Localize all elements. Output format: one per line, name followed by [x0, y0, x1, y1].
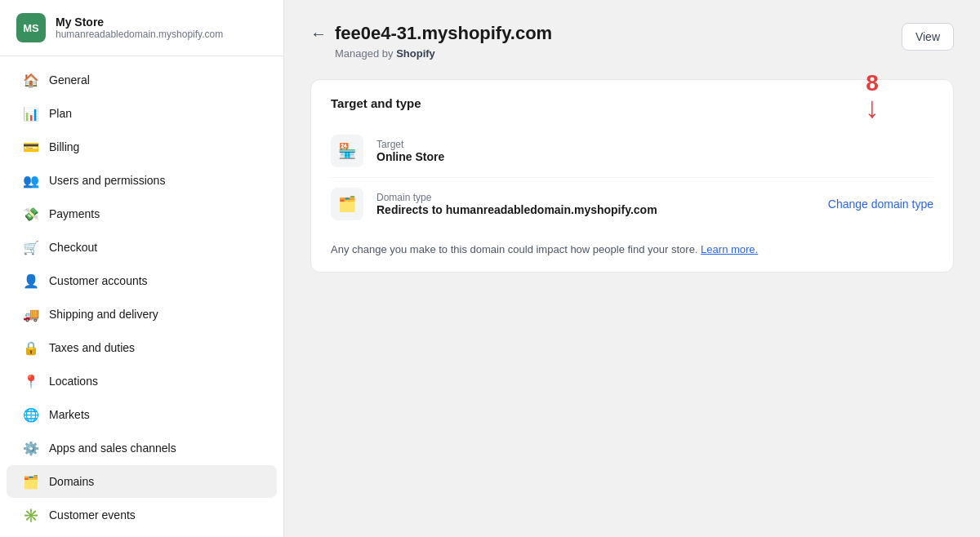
sidebar-item-locations[interactable]: 📍Locations: [7, 365, 277, 397]
users-icon: 👥: [23, 172, 39, 189]
sidebar-item-label-apps: Apps and sales channels: [49, 442, 176, 455]
sidebar-item-label-general: General: [49, 73, 90, 87]
card-note: Any change you make to this domain could…: [331, 243, 933, 255]
page-title-row: ← fee0e4-31.myshopify.com: [310, 23, 552, 44]
learn-more-link[interactable]: Learn more.: [701, 243, 758, 255]
sidebar-item-label-taxes: Taxes and duties: [49, 341, 135, 354]
sidebar-item-label-shipping: Shipping and delivery: [49, 308, 158, 321]
target-type-card: 8 ↓ Target and type 🏪 Target Online Stor…: [310, 79, 954, 273]
domain-type-value: Redirects to humanreadabledomain.myshopi…: [376, 203, 657, 216]
sidebar-item-shipping[interactable]: 🚚Shipping and delivery: [7, 298, 277, 331]
customer-accounts-icon: 👤: [23, 273, 39, 289]
store-domain: humanreadabledomain.myshopify.com: [56, 29, 223, 40]
change-domain-type-link[interactable]: Change domain type: [828, 197, 933, 211]
sidebar-item-apps[interactable]: ⚙️Apps and sales channels: [7, 432, 277, 464]
sidebar: MS My Store humanreadabledomain.myshopif…: [0, 0, 284, 537]
card-title: Target and type: [331, 96, 933, 110]
sidebar-item-domains[interactable]: 🗂️Domains: [7, 465, 277, 498]
page-header-left: ← fee0e4-31.myshopify.com Managed by Sho…: [310, 23, 552, 60]
sidebar-item-label-customer-events: Customer events: [49, 508, 136, 521]
view-button[interactable]: View: [902, 23, 954, 51]
sidebar-item-label-users: Users and permissions: [49, 174, 165, 187]
sidebar-item-label-domains: Domains: [49, 475, 94, 488]
sidebar-item-label-checkout: Checkout: [49, 241, 97, 254]
store-name: My Store: [56, 16, 223, 29]
target-row: 🏪 Target Online Store: [331, 125, 933, 178]
markets-icon: 🌐: [23, 406, 39, 423]
page-subtitle: Managed by Shopify: [310, 47, 552, 60]
subtitle-prefix: Managed by: [335, 47, 396, 60]
general-icon: 🏠: [23, 72, 39, 88]
annotation: 8 ↓: [865, 72, 880, 120]
sidebar-item-label-billing: Billing: [49, 140, 79, 153]
locations-icon: 📍: [23, 373, 39, 389]
sidebar-item-payments[interactable]: 💸Payments: [7, 197, 277, 230]
sidebar-item-label-markets: Markets: [49, 408, 90, 421]
annotation-arrow-icon: ↓: [865, 96, 880, 120]
sidebar-item-customer-accounts[interactable]: 👤Customer accounts: [7, 264, 277, 297]
store-info: My Store humanreadabledomain.myshopify.c…: [56, 16, 223, 40]
nav-list: 🏠General📊Plan💳Billing👥Users and permissi…: [0, 56, 283, 537]
sidebar-item-checkout[interactable]: 🛒Checkout: [7, 231, 277, 264]
page-title: fee0e4-31.myshopify.com: [335, 23, 552, 44]
subtitle-brand: Shopify: [396, 47, 435, 60]
sidebar-item-markets[interactable]: 🌐Markets: [7, 398, 277, 431]
sidebar-item-label-plan: Plan: [49, 107, 72, 120]
store-avatar: MS: [16, 13, 46, 42]
checkout-icon: 🛒: [23, 239, 39, 255]
domain-type-label: Domain type: [376, 192, 657, 203]
card-note-text: Any change you make to this domain could…: [331, 243, 697, 255]
domain-type-icon: 🗂️: [331, 188, 363, 220]
sidebar-item-users[interactable]: 👥Users and permissions: [7, 164, 277, 197]
domains-icon: 🗂️: [23, 473, 39, 490]
sidebar-item-customer-events[interactable]: ✳️Customer events: [7, 499, 277, 531]
store-header[interactable]: MS My Store humanreadabledomain.myshopif…: [0, 0, 283, 56]
main-content: ← fee0e4-31.myshopify.com Managed by Sho…: [284, 0, 980, 537]
customer-events-icon: ✳️: [23, 507, 39, 523]
sidebar-item-label-customer-accounts: Customer accounts: [49, 274, 148, 287]
target-content: Target Online Store: [376, 139, 444, 163]
page-header: ← fee0e4-31.myshopify.com Managed by Sho…: [310, 23, 954, 60]
taxes-icon: 🔒: [23, 340, 39, 356]
sidebar-item-billing[interactable]: 💳Billing: [7, 131, 277, 163]
sidebar-item-general[interactable]: 🏠General: [7, 64, 277, 96]
sidebar-item-plan[interactable]: 📊Plan: [7, 97, 277, 130]
target-value: Online Store: [376, 150, 444, 163]
payments-icon: 💸: [23, 206, 39, 222]
shipping-icon: 🚚: [23, 306, 39, 322]
domain-type-content: Domain type Redirects to humanreadabledo…: [376, 192, 657, 216]
sidebar-item-notifications[interactable]: 🔔Notifications: [7, 532, 277, 537]
billing-icon: 💳: [23, 139, 39, 155]
apps-icon: ⚙️: [23, 440, 39, 456]
sidebar-item-label-locations: Locations: [49, 375, 98, 388]
back-button[interactable]: ←: [310, 24, 327, 43]
sidebar-item-label-payments: Payments: [49, 207, 100, 220]
target-label: Target: [376, 139, 444, 150]
domain-type-row: 🗂️ Domain type Redirects to humanreadabl…: [331, 178, 933, 230]
plan-icon: 📊: [23, 105, 39, 122]
target-icon: 🏪: [331, 135, 363, 167]
sidebar-item-taxes[interactable]: 🔒Taxes and duties: [7, 331, 277, 364]
